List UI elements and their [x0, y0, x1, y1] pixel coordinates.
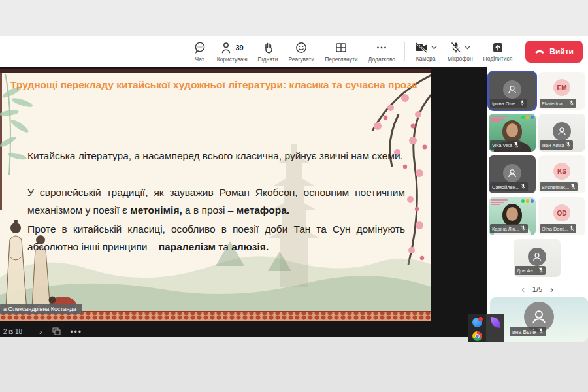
participant-tile[interactable]: EM Ekaterina ... [538, 72, 585, 110]
participants-pagination: ‹ 1/5 › [487, 286, 588, 293]
avatar [528, 248, 546, 266]
self-view-tile[interactable]: ина Бєлік [490, 297, 588, 342]
view-grid-icon [335, 41, 348, 54]
leave-meeting-button[interactable]: Вийти [525, 41, 583, 63]
participant-tile[interactable]: KS Shcherbak... [538, 155, 585, 193]
participant-initials: EM [553, 79, 570, 96]
participant-tile[interactable]: OD Olha Dont... [538, 197, 585, 235]
notification-badge [478, 317, 483, 321]
raise-hand-icon [261, 41, 274, 54]
ppt-control-bar: 2 із 18 › ••• [0, 326, 487, 337]
share-screen-button[interactable]: Поділитися [478, 36, 518, 67]
view-button[interactable]: Переглянути [319, 36, 363, 67]
next-slide-button[interactable]: › [39, 329, 42, 335]
chat-button[interactable]: Чат [188, 36, 212, 67]
browser-app-icon[interactable] [472, 318, 482, 327]
slide-top-border [0, 69, 431, 73]
phone-hangup-icon [534, 47, 545, 56]
chat-label: Чат [195, 56, 204, 63]
participant-name: Vika Vika [492, 142, 512, 148]
participant-tile[interactable]: Дон Ан... [514, 239, 561, 277]
view-label: Переглянути [325, 56, 357, 63]
camera-button[interactable]: Камера [409, 36, 442, 67]
slide-title: Труднощі перекладу китайської художньої … [10, 78, 425, 91]
mic-muted-icon [538, 267, 544, 274]
chrome-app-icon[interactable] [472, 331, 482, 341]
participant-tile-video[interactable]: Vika Vika [489, 114, 536, 152]
participant-name: Каріна Лю... [492, 226, 519, 232]
video-overlay-banner [491, 116, 508, 122]
camera-label: Камера [416, 56, 436, 62]
avatar [553, 122, 571, 140]
mic-muted-icon [538, 328, 544, 335]
participant-name: Дон Ан... [517, 268, 537, 274]
participant-name: Ekaterina ... [542, 101, 568, 106]
participant-name: Самойлен... [492, 184, 519, 190]
mic-muted-icon [570, 184, 576, 191]
slide-paragraph-1: Китайська література, а насамперед всьог… [27, 147, 405, 165]
presentation-slide: Труднощі перекладу китайської художньої … [0, 69, 431, 321]
react-button[interactable]: Реагувати [284, 36, 320, 67]
participants-icon [221, 41, 233, 54]
participant-name: Іван Хижа [542, 142, 564, 148]
mic-muted-icon [514, 142, 519, 149]
raise-hand-label: Підняти [258, 56, 278, 63]
participant-initials: KS [553, 163, 570, 180]
participants-button[interactable]: 39 Користувачі [212, 36, 253, 67]
more-button[interactable]: Додатково [363, 36, 400, 67]
more-label: Додатково [368, 56, 395, 63]
slide-paragraph-2: У європейській традиції, як зауважив Ром… [27, 184, 405, 219]
meeting-toolbar: Чат 39 Користувачі Підняти [0, 36, 588, 67]
chrome-icon-center [475, 334, 480, 338]
overlay-app-window [468, 314, 504, 342]
participants-count-badge: 39 [236, 44, 244, 52]
ppt-more-button[interactable]: ••• [70, 330, 82, 334]
avatar [503, 80, 521, 99]
pagination-page-indicator: 1/5 [532, 286, 542, 293]
video-overlay-banner [491, 199, 508, 205]
more-ellipsis-icon [375, 41, 388, 54]
shared-screen-area: Труднощі перекладу китайської художньої … [0, 67, 487, 337]
pagination-prev-button[interactable]: ‹ [521, 286, 525, 293]
participant-tile[interactable]: Ірина Оле... [489, 72, 536, 110]
avatar [503, 164, 521, 182]
mic-muted-icon [566, 142, 571, 149]
raise-hand-button[interactable]: Підняти [253, 36, 284, 67]
chat-icon [193, 41, 206, 54]
participant-name: Shcherbak... [542, 184, 569, 190]
react-smiley-icon [295, 41, 308, 54]
self-name: ина Бєлік [512, 329, 536, 335]
mic-label: Мікрофон [448, 56, 473, 62]
leave-meeting-label: Вийти [549, 47, 574, 56]
slide-sorter-icon[interactable] [52, 326, 61, 338]
mic-muted-icon [521, 184, 526, 191]
camera-off-icon [414, 42, 429, 54]
pagination-next-button[interactable]: › [550, 286, 553, 293]
mic-chevron-icon[interactable] [465, 46, 470, 50]
desktop-top-strip [0, 0, 588, 36]
presenter-name-tag: а Олександрівна Костанда [0, 304, 82, 314]
participant-tile[interactable]: Іван Хижа [538, 114, 585, 152]
share-screen-label: Поділитися [483, 56, 513, 62]
participant-name: Ірина Оле... [492, 101, 519, 106]
mic-muted-icon [569, 225, 574, 233]
participants-label: Користувачі [217, 56, 248, 63]
toolbar-divider [404, 42, 405, 61]
participant-initials: OD [553, 204, 570, 221]
camera-chevron-icon[interactable] [431, 46, 437, 50]
react-label: Реагувати [289, 56, 315, 63]
desktop-bottom-strip [0, 337, 588, 392]
slide-left-border [0, 73, 2, 210]
participant-tile[interactable]: Самойлен... [489, 155, 536, 193]
slide-paragraph-3: Проте в китайській класиці, особливо в п… [27, 220, 405, 255]
mic-button[interactable]: Мікрофон [442, 36, 478, 67]
mic-muted-icon [521, 225, 526, 233]
slide-counter: 2 із 18 [3, 328, 22, 335]
mic-muted-icon [569, 100, 574, 107]
participant-name: Olha Dont... [542, 226, 568, 232]
participant-tile-video[interactable]: Каріна Лю... [489, 197, 536, 235]
app-window: Чат 39 Користувачі Підняти [0, 0, 588, 392]
video-overlay-logos [521, 116, 534, 119]
video-overlay-logos [521, 199, 534, 203]
share-screen-icon [492, 42, 504, 54]
